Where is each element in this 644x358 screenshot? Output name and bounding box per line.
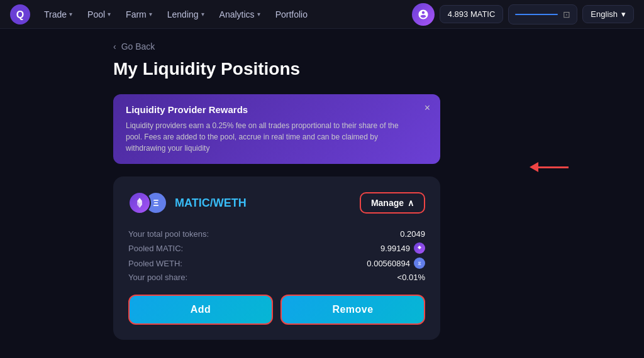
- nav-farm[interactable]: Farm ▾: [119, 6, 158, 23]
- manage-button[interactable]: Manage ∧: [360, 192, 425, 214]
- matic-token-icon: [128, 192, 151, 214]
- nav-portfolio[interactable]: Portfolio: [269, 6, 314, 23]
- matic-badge: [414, 242, 425, 254]
- svg-marker-2: [418, 246, 421, 249]
- chevron-down-icon: ▾: [149, 11, 152, 18]
- arrow-line: [538, 166, 569, 168]
- qr-icon: ⊡: [563, 9, 570, 19]
- weth-badge: Ξ: [414, 258, 425, 269]
- chevron-down-icon: ▾: [108, 11, 111, 18]
- pool-pair-name: MATIC/WETH: [175, 197, 247, 210]
- pool-header: Ξ MATIC/WETH Manage ∧: [128, 192, 425, 214]
- nav-lending[interactable]: Lending ▾: [161, 6, 211, 23]
- wallet-icon-button[interactable]: [412, 3, 435, 26]
- action-buttons: Add Remove: [128, 295, 425, 325]
- chevron-down-icon: ▾: [621, 9, 626, 19]
- chevron-down-icon: ▾: [201, 11, 204, 18]
- reward-banner-title: Liquidity Provider Rewards: [126, 104, 428, 115]
- nav-pool[interactable]: Pool ▾: [81, 6, 117, 23]
- matic-balance: 4.893 MATIC: [440, 5, 504, 23]
- arrow-head-icon: [530, 162, 538, 172]
- chevron-up-icon: ∧: [408, 198, 414, 208]
- reward-close-button[interactable]: ×: [425, 103, 430, 113]
- stat-pooled-matic: Pooled MATIC: 9.99149: [128, 242, 425, 254]
- remove-button[interactable]: Remove: [280, 295, 425, 325]
- stat-pooled-weth: Pooled WETH: 0.00560894 Ξ: [128, 258, 425, 269]
- go-back-button[interactable]: ‹ Go Back: [113, 41, 531, 52]
- wallet-bar: [515, 14, 558, 15]
- pool-tokens: Ξ MATIC/WETH: [128, 192, 247, 214]
- nav-trade[interactable]: Trade ▾: [38, 6, 79, 23]
- language-button[interactable]: English ▾: [582, 5, 634, 23]
- stat-pool-share: Your pool share: <0.01%: [128, 273, 425, 282]
- wallet-area: 4.893 MATIC ⊡ English ▾: [412, 3, 634, 26]
- logo[interactable]: Q: [10, 4, 30, 24]
- chevron-down-icon: ▾: [69, 11, 72, 18]
- reward-banner-text: Liquidity providers earn a 0.25% fee on …: [126, 120, 415, 154]
- wallet-address[interactable]: ⊡: [508, 4, 577, 24]
- stat-total-tokens: Your total pool tokens: 0.2049: [128, 229, 425, 239]
- back-arrow-icon: ‹: [113, 41, 116, 52]
- nav-analytics[interactable]: Analytics ▾: [213, 6, 267, 23]
- svg-text:Q: Q: [16, 9, 24, 20]
- chevron-down-icon: ▾: [257, 11, 260, 18]
- token-icons: Ξ: [128, 192, 167, 214]
- arrow-indicator: [530, 162, 569, 172]
- add-button[interactable]: Add: [128, 295, 273, 325]
- pool-card: Ξ MATIC/WETH Manage ∧ Your total pool to…: [113, 176, 440, 340]
- navbar: Q Trade ▾ Pool ▾ Farm ▾ Lending ▾ Analyt…: [0, 0, 644, 29]
- reward-banner: Liquidity Provider Rewards Liquidity pro…: [113, 94, 440, 164]
- main-content: ‹ Go Back My Liquidity Positions Liquidi…: [0, 29, 644, 340]
- page-title: My Liquidity Positions: [113, 59, 531, 79]
- pool-stats: Your total pool tokens: 0.2049 Pooled MA…: [128, 229, 425, 282]
